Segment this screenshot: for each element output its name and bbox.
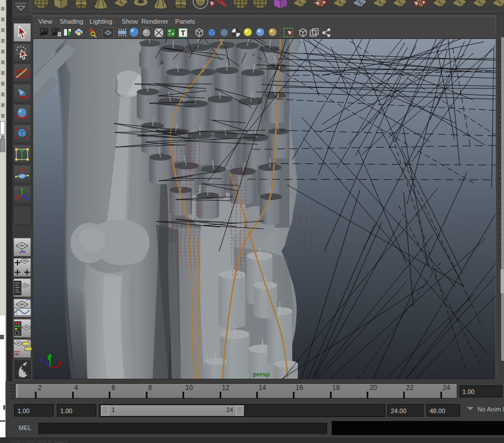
svg-text:T: T [181, 29, 185, 37]
svg-text:y: y [47, 353, 51, 360]
svg-text:x: x [58, 359, 62, 366]
svg-text:z: z [40, 356, 43, 362]
svg-text:persp: persp [253, 371, 270, 378]
